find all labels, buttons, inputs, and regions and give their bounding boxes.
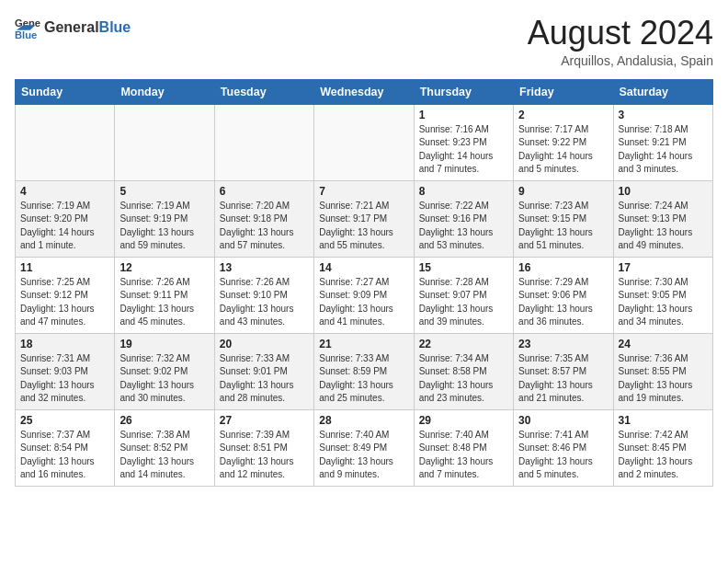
cell-day-number: 9 [518, 185, 608, 198]
cell-day-number: 16 [518, 261, 608, 274]
cell-day-number: 18 [20, 338, 109, 350]
col-header-friday: Friday [514, 79, 613, 104]
month-title: August 2024 [528, 15, 713, 52]
cell-day-number: 4 [20, 185, 109, 198]
calendar-header-row: SundayMondayTuesdayWednesdayThursdayFrid… [16, 79, 713, 104]
calendar-cell: 12Sunrise: 7:26 AM Sunset: 9:11 PM Dayli… [115, 257, 214, 333]
calendar-week-row: 1Sunrise: 7:16 AM Sunset: 9:23 PM Daylig… [16, 104, 713, 180]
calendar-cell: 8Sunrise: 7:22 AM Sunset: 9:16 PM Daylig… [414, 180, 513, 257]
cell-daylight-info: Sunrise: 7:23 AM Sunset: 9:15 PM Dayligh… [518, 200, 608, 253]
calendar-cell: 14Sunrise: 7:27 AM Sunset: 9:09 PM Dayli… [314, 257, 414, 333]
cell-daylight-info: Sunrise: 7:42 AM Sunset: 8:45 PM Dayligh… [619, 429, 708, 482]
calendar-cell: 29Sunrise: 7:40 AM Sunset: 8:48 PM Dayli… [414, 409, 513, 486]
cell-daylight-info: Sunrise: 7:41 AM Sunset: 8:46 PM Dayligh… [518, 429, 608, 482]
calendar-cell: 15Sunrise: 7:28 AM Sunset: 9:07 PM Dayli… [414, 257, 513, 333]
cell-day-number: 28 [319, 414, 408, 427]
cell-day-number: 11 [20, 261, 109, 274]
cell-daylight-info: Sunrise: 7:17 AM Sunset: 9:22 PM Dayligh… [518, 123, 608, 177]
calendar-cell: 6Sunrise: 7:20 AM Sunset: 9:18 PM Daylig… [214, 180, 313, 257]
calendar-cell: 27Sunrise: 7:39 AM Sunset: 8:51 PM Dayli… [214, 409, 313, 486]
cell-daylight-info: Sunrise: 7:40 AM Sunset: 8:49 PM Dayligh… [319, 429, 408, 482]
calendar-cell: 2Sunrise: 7:17 AM Sunset: 9:22 PM Daylig… [514, 104, 613, 180]
cell-daylight-info: Sunrise: 7:32 AM Sunset: 9:02 PM Dayligh… [119, 352, 209, 406]
cell-daylight-info: Sunrise: 7:31 AM Sunset: 9:03 PM Dayligh… [20, 352, 109, 406]
cell-daylight-info: Sunrise: 7:28 AM Sunset: 9:07 PM Dayligh… [419, 276, 508, 329]
calendar-cell: 22Sunrise: 7:34 AM Sunset: 8:58 PM Dayli… [414, 333, 513, 409]
calendar-cell [214, 104, 313, 180]
cell-daylight-info: Sunrise: 7:37 AM Sunset: 8:54 PM Dayligh… [20, 429, 109, 482]
cell-daylight-info: Sunrise: 7:35 AM Sunset: 8:57 PM Dayligh… [518, 352, 608, 406]
cell-daylight-info: Sunrise: 7:33 AM Sunset: 9:01 PM Dayligh… [220, 352, 309, 406]
cell-daylight-info: Sunrise: 7:40 AM Sunset: 8:48 PM Dayligh… [419, 429, 508, 482]
cell-daylight-info: Sunrise: 7:22 AM Sunset: 9:16 PM Dayligh… [419, 200, 508, 253]
cell-day-number: 15 [419, 261, 508, 274]
calendar-cell: 23Sunrise: 7:35 AM Sunset: 8:57 PM Dayli… [514, 333, 613, 409]
calendar-cell: 1Sunrise: 7:16 AM Sunset: 9:23 PM Daylig… [414, 104, 513, 180]
cell-daylight-info: Sunrise: 7:26 AM Sunset: 9:10 PM Dayligh… [220, 276, 309, 329]
calendar-cell: 13Sunrise: 7:26 AM Sunset: 9:10 PM Dayli… [214, 257, 313, 333]
calendar-cell: 17Sunrise: 7:30 AM Sunset: 9:05 PM Dayli… [613, 257, 712, 333]
calendar-cell [115, 104, 214, 180]
location-subtitle: Arquillos, Andalusia, Spain [528, 53, 713, 68]
cell-daylight-info: Sunrise: 7:25 AM Sunset: 9:12 PM Dayligh… [20, 276, 109, 329]
calendar-week-row: 4Sunrise: 7:19 AM Sunset: 9:20 PM Daylig… [16, 180, 713, 257]
cell-day-number: 26 [119, 414, 209, 427]
calendar-table: SundayMondayTuesdayWednesdayThursdayFrid… [15, 79, 713, 487]
calendar-cell: 5Sunrise: 7:19 AM Sunset: 9:19 PM Daylig… [115, 180, 214, 257]
cell-day-number: 29 [419, 414, 508, 427]
calendar-cell: 19Sunrise: 7:32 AM Sunset: 9:02 PM Dayli… [115, 333, 214, 409]
cell-day-number: 1 [419, 109, 508, 121]
calendar-week-row: 25Sunrise: 7:37 AM Sunset: 8:54 PM Dayli… [16, 409, 713, 486]
cell-day-number: 30 [518, 414, 608, 427]
cell-day-number: 31 [619, 414, 708, 427]
cell-day-number: 27 [220, 414, 309, 427]
calendar-cell: 24Sunrise: 7:36 AM Sunset: 8:55 PM Dayli… [613, 333, 712, 409]
cell-daylight-info: Sunrise: 7:18 AM Sunset: 9:21 PM Dayligh… [619, 123, 708, 177]
cell-day-number: 24 [619, 338, 708, 350]
cell-daylight-info: Sunrise: 7:16 AM Sunset: 9:23 PM Dayligh… [419, 123, 508, 177]
col-header-thursday: Thursday [414, 79, 513, 104]
calendar-cell: 4Sunrise: 7:19 AM Sunset: 9:20 PM Daylig… [16, 180, 115, 257]
cell-daylight-info: Sunrise: 7:26 AM Sunset: 9:11 PM Dayligh… [119, 276, 209, 329]
cell-day-number: 20 [220, 338, 309, 350]
cell-day-number: 10 [619, 185, 708, 198]
calendar-week-row: 11Sunrise: 7:25 AM Sunset: 9:12 PM Dayli… [16, 257, 713, 333]
calendar-cell: 10Sunrise: 7:24 AM Sunset: 9:13 PM Dayli… [613, 180, 712, 257]
cell-day-number: 17 [619, 261, 708, 274]
logo-general: General [44, 19, 99, 35]
svg-text:Blue: Blue [15, 29, 37, 40]
calendar-cell: 7Sunrise: 7:21 AM Sunset: 9:17 PM Daylig… [314, 180, 414, 257]
cell-daylight-info: Sunrise: 7:21 AM Sunset: 9:17 PM Dayligh… [319, 200, 408, 253]
calendar-cell: 16Sunrise: 7:29 AM Sunset: 9:06 PM Dayli… [514, 257, 613, 333]
calendar-cell: 21Sunrise: 7:33 AM Sunset: 8:59 PM Dayli… [314, 333, 414, 409]
cell-day-number: 23 [518, 338, 608, 350]
cell-daylight-info: Sunrise: 7:30 AM Sunset: 9:05 PM Dayligh… [619, 276, 708, 329]
cell-day-number: 7 [319, 185, 408, 198]
col-header-tuesday: Tuesday [214, 79, 313, 104]
col-header-sunday: Sunday [16, 79, 115, 104]
logo-icon: General Blue [15, 15, 40, 40]
cell-day-number: 22 [419, 338, 508, 350]
calendar-cell: 18Sunrise: 7:31 AM Sunset: 9:03 PM Dayli… [16, 333, 115, 409]
cell-daylight-info: Sunrise: 7:27 AM Sunset: 9:09 PM Dayligh… [319, 276, 408, 329]
cell-daylight-info: Sunrise: 7:36 AM Sunset: 8:55 PM Dayligh… [619, 352, 708, 406]
cell-daylight-info: Sunrise: 7:29 AM Sunset: 9:06 PM Dayligh… [518, 276, 608, 329]
calendar-cell: 26Sunrise: 7:38 AM Sunset: 8:52 PM Dayli… [115, 409, 214, 486]
calendar-cell: 11Sunrise: 7:25 AM Sunset: 9:12 PM Dayli… [16, 257, 115, 333]
cell-daylight-info: Sunrise: 7:34 AM Sunset: 8:58 PM Dayligh… [419, 352, 508, 406]
cell-day-number: 19 [119, 338, 209, 350]
cell-day-number: 14 [319, 261, 408, 274]
calendar-cell: 25Sunrise: 7:37 AM Sunset: 8:54 PM Dayli… [16, 409, 115, 486]
cell-daylight-info: Sunrise: 7:20 AM Sunset: 9:18 PM Dayligh… [220, 200, 309, 253]
cell-day-number: 12 [119, 261, 209, 274]
cell-day-number: 6 [220, 185, 309, 198]
title-area: August 2024 Arquillos, Andalusia, Spain [528, 15, 713, 68]
calendar-cell: 3Sunrise: 7:18 AM Sunset: 9:21 PM Daylig… [613, 104, 712, 180]
cell-day-number: 25 [20, 414, 109, 427]
cell-daylight-info: Sunrise: 7:33 AM Sunset: 8:59 PM Dayligh… [319, 352, 408, 406]
calendar-cell: 31Sunrise: 7:42 AM Sunset: 8:45 PM Dayli… [613, 409, 712, 486]
calendar-cell: 20Sunrise: 7:33 AM Sunset: 9:01 PM Dayli… [214, 333, 313, 409]
col-header-monday: Monday [115, 79, 214, 104]
cell-day-number: 8 [419, 185, 508, 198]
page-header: General Blue GeneralBlue August 2024 Arq… [15, 15, 713, 68]
